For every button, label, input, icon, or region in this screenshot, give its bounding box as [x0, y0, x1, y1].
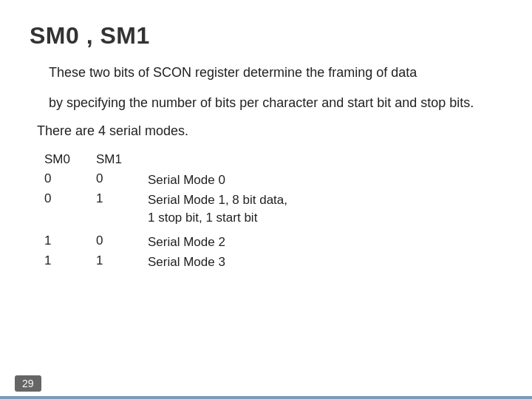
col-header-sm0: SM0	[44, 152, 96, 167]
table-row: 1 0 Serial Mode 2	[44, 232, 502, 252]
row1-desc: Serial Mode 1, 8 bit data,1 stop bit, 1 …	[148, 190, 502, 228]
row2-sm1: 0	[96, 232, 148, 248]
row2-sm0: 1	[44, 232, 96, 248]
modes-intro: There are 4 serial modes.	[37, 123, 502, 139]
table-row: 0 1 Serial Mode 1, 8 bit data,1 stop bit…	[44, 190, 502, 228]
row2-desc: Serial Mode 2	[148, 232, 502, 252]
modes-table: SM0 SM1 0 0 Serial Mode 0 0 1 Serial Mod…	[37, 152, 502, 271]
slide-container: SM0 , SM1 These two bits of SCON registe…	[0, 0, 532, 399]
table-row: 1 1 Serial Mode 3	[44, 252, 502, 272]
slide-title: SM0 , SM1	[30, 22, 502, 50]
row3-sm1: 1	[96, 252, 148, 268]
table-header-row: SM0 SM1	[44, 152, 502, 167]
row3-sm0: 1	[44, 252, 96, 268]
modes-section: There are 4 serial modes. SM0 SM1 0 0 Se…	[37, 123, 502, 271]
slide-body: These two bits of SCON register determin…	[30, 63, 502, 271]
col-header-desc	[148, 152, 502, 167]
row1-sm1: 1	[96, 190, 148, 206]
row0-sm0: 0	[44, 170, 96, 186]
col-header-sm1: SM1	[96, 152, 148, 167]
paragraph-second: by specifying the number of bits per cha…	[37, 93, 502, 113]
row3-desc: Serial Mode 3	[148, 252, 502, 272]
table-row: 0 0 Serial Mode 0	[44, 170, 502, 190]
paragraph-first-text: These two bits of SCON register determin…	[49, 65, 417, 80]
row0-sm1: 0	[96, 170, 148, 186]
divider-line	[0, 396, 532, 399]
page-number: 29	[15, 375, 41, 392]
paragraph-first: These two bits of SCON register determin…	[37, 63, 502, 83]
paragraph-second-text: by specifying the number of bits per cha…	[49, 95, 474, 110]
row0-desc: Serial Mode 0	[148, 170, 502, 190]
row1-sm0: 0	[44, 190, 96, 206]
